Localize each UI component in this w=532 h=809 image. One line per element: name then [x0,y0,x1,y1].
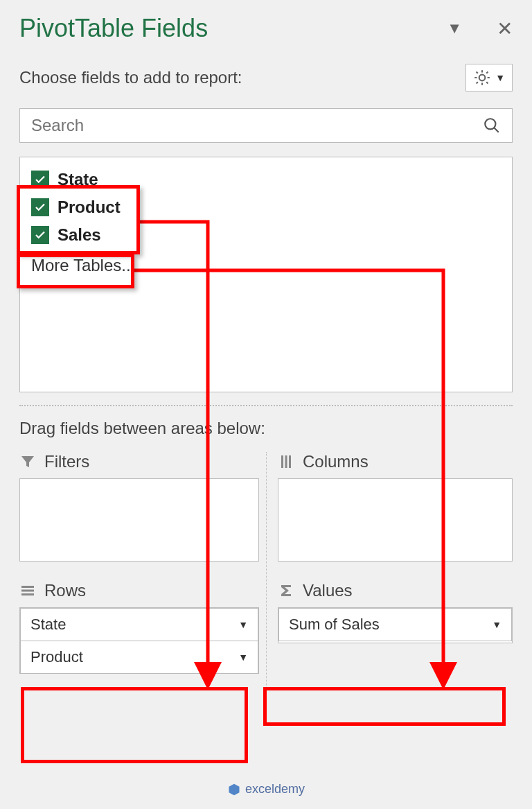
fields-list: State Product Sales More Tables... [19,157,513,392]
check-icon [34,229,46,241]
chip-label: State [30,616,66,634]
svg-line-1 [494,128,499,132]
settings-button[interactable]: ▼ [466,64,513,92]
svg-point-0 [485,119,495,129]
checkbox-checked[interactable] [31,198,49,216]
sigma-icon [278,582,294,599]
rows-area-title: Rows [44,581,86,600]
values-area-title: Values [303,581,353,600]
check-icon [34,173,46,186]
chevron-down-icon: ▼ [238,619,248,630]
field-label: State [57,170,98,189]
annotation-highlight [21,687,248,763]
columns-area-title: Columns [303,452,369,471]
field-item-product[interactable]: Product [28,193,504,221]
value-chip-sum-sales[interactable]: Sum of Sales ▼ [278,608,512,641]
row-chip-state[interactable]: State ▼ [20,608,258,641]
watermark-text: exceldemy [245,782,305,797]
chevron-down-icon: ▼ [238,652,248,663]
svg-rect-3 [21,590,34,592]
svg-rect-5 [281,455,283,468]
checkbox-checked[interactable] [31,171,49,189]
svg-rect-7 [289,455,291,468]
svg-rect-4 [21,593,34,595]
checkbox-checked[interactable] [31,226,49,244]
divider [19,405,513,406]
chip-label: Product [30,648,83,666]
watermark: exceldemy [227,782,305,797]
field-label: Product [57,198,121,217]
check-icon [34,201,46,214]
chevron-down-icon: ▼ [495,72,505,83]
pane-title: PivotTable Fields [19,14,208,43]
field-item-sales[interactable]: Sales [28,221,504,249]
columns-drop-area[interactable] [278,478,513,562]
field-item-state[interactable]: State [28,166,504,193]
search-input[interactable] [31,116,483,135]
filters-area-title: Filters [44,452,89,471]
logo-icon [227,783,241,797]
close-button[interactable]: ✕ [497,17,513,40]
field-label: Sales [57,225,101,245]
drag-instructions: Drag fields between areas below: [19,419,513,438]
pane-options-button[interactable]: ▼ [447,19,462,37]
choose-fields-label: Choose fields to add to report: [19,68,242,87]
chevron-down-icon: ▼ [492,619,502,630]
filters-drop-area[interactable] [19,478,259,562]
gear-icon [473,69,491,87]
row-chip-product[interactable]: Product ▼ [20,641,258,674]
svg-rect-2 [21,586,34,588]
search-icon [483,116,501,134]
chip-label: Sum of Sales [289,616,380,634]
pane-header: PivotTable Fields ▼ ✕ [19,14,513,43]
search-field[interactable] [19,108,513,143]
svg-rect-6 [285,455,287,468]
more-tables-link[interactable]: More Tables... [28,249,504,278]
values-drop-area[interactable]: Sum of Sales ▼ [278,607,513,643]
rows-icon [19,582,36,599]
rows-drop-area[interactable]: State ▼ Product ▼ [19,607,259,674]
filter-icon [19,453,36,470]
columns-icon [278,453,294,470]
